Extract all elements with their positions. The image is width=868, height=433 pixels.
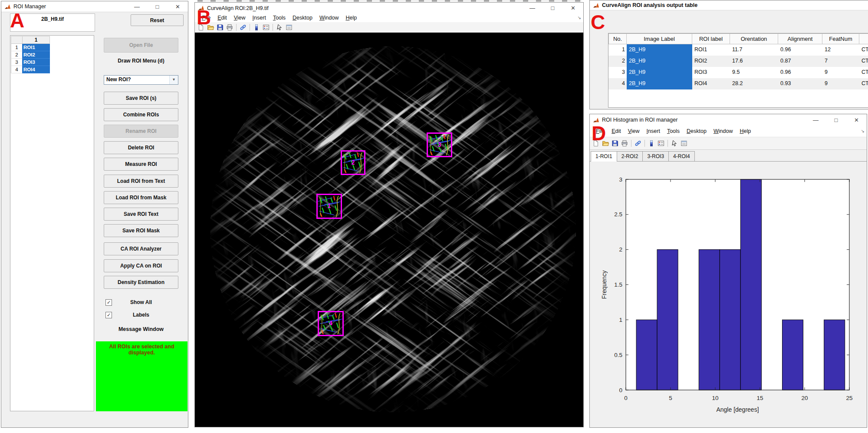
roi-box-3[interactable]: 3 (427, 132, 452, 157)
new-roi-dropdown[interactable]: New ROI? ▾ (104, 75, 178, 85)
table-cell[interactable]: 17.6 (730, 56, 778, 67)
roi-box-4[interactable]: 4 (318, 311, 344, 336)
save-icon[interactable] (215, 23, 225, 32)
reset-button[interactable]: Reset (131, 14, 184, 26)
legend-icon[interactable] (656, 139, 666, 148)
table-cell[interactable]: ROI4 (692, 78, 730, 89)
measure-roi-button[interactable]: Measure ROI (104, 158, 178, 171)
menu-desktop[interactable]: Desktop (289, 13, 316, 22)
load-roi-from-mask-button[interactable]: Load ROI from Mask (104, 191, 178, 204)
histogram-titlebar[interactable]: ROI Histogram in ROI manager — □ ✕ (590, 114, 867, 126)
list-item[interactable]: 2ROI2 (11, 51, 50, 59)
maximize-button[interactable]: □ (542, 5, 563, 11)
table-cell[interactable]: 11.7 (730, 44, 778, 56)
link-plot-icon[interactable] (633, 139, 643, 148)
edit-cursor-icon[interactable] (670, 139, 679, 148)
chevron-down-icon[interactable]: ▾ (169, 76, 178, 84)
colorbar-icon[interactable] (252, 23, 261, 32)
delete-roi-button[interactable]: Delete ROI (104, 141, 178, 154)
menu-window[interactable]: Window (710, 127, 736, 136)
table-cell[interactable]: 1 (608, 44, 627, 56)
table-cell[interactable]: CTF (859, 67, 868, 78)
save-icon[interactable] (610, 139, 620, 148)
menu-window[interactable]: Window (316, 13, 342, 22)
table-cell[interactable]: 0.93 (778, 78, 822, 89)
close-button[interactable]: ✕ (168, 3, 188, 10)
table-window-titlebar[interactable]: CurveAlign ROI analysis output table (590, 0, 868, 10)
roi-name-cell[interactable]: ROI3 (22, 59, 50, 66)
minimize-button[interactable]: — (127, 3, 147, 10)
column-header-roi-label[interactable]: ROI label (692, 33, 730, 44)
maximize-button[interactable]: □ (147, 3, 168, 10)
table-cell[interactable]: 0.96 (778, 67, 822, 78)
list-item[interactable]: 1ROI1 (11, 44, 50, 51)
close-button[interactable]: ✕ (563, 5, 583, 11)
roi-list-panel[interactable]: 11ROI12ROI23ROI34ROI4 (10, 35, 94, 411)
table-cell[interactable]: 2B_H9 (627, 67, 692, 78)
menu-desktop[interactable]: Desktop (683, 127, 710, 136)
apply-ca-on-roi-button[interactable]: Apply CA on ROI (104, 259, 178, 272)
minimize-button[interactable]: — (522, 5, 542, 11)
roi-box-1[interactable]: 1 (316, 194, 342, 219)
table-cell[interactable]: 7 (822, 56, 859, 67)
save-roi-mask-button[interactable]: Save ROI Mask (104, 224, 178, 237)
list-item[interactable]: 3ROI3 (11, 59, 50, 66)
table-cell[interactable]: CTF (859, 78, 868, 89)
column-header-no[interactable]: No. (608, 33, 627, 44)
column-header-featnum[interactable]: FeatNum (822, 33, 859, 44)
menu-overflow-icon[interactable]: ↘ (578, 15, 581, 20)
table-cell[interactable]: 28.2 (730, 78, 778, 89)
load-roi-from-text-button[interactable]: Load ROI from Text (104, 175, 178, 188)
menu-overflow-icon[interactable]: ↘ (861, 129, 865, 133)
menu-view[interactable]: View (625, 127, 643, 136)
edit-cursor-icon[interactable] (275, 23, 284, 32)
tab-4-roi4[interactable]: 4-ROI4 (668, 151, 695, 161)
print-icon[interactable] (225, 23, 234, 32)
save-roi-s-button[interactable]: Save ROI (s) (104, 92, 178, 105)
table-cell[interactable]: 9.5 (730, 67, 778, 78)
print-icon[interactable] (620, 139, 629, 148)
column-header-m[interactable]: M (859, 33, 868, 44)
table-cell[interactable]: CTF (859, 56, 868, 67)
colorbar-icon[interactable] (647, 139, 656, 148)
table-cell[interactable]: 12 (822, 44, 859, 56)
table-row[interactable]: 12B_H9ROI111.70.9612CTF (608, 44, 868, 56)
table-cell[interactable]: 3 (608, 67, 627, 78)
menu-help[interactable]: Help (342, 13, 360, 22)
save-roi-text-button[interactable]: Save ROI Text (104, 208, 178, 221)
tab-1-roi1[interactable]: 1-ROI1 (591, 151, 617, 162)
density-estimation-button[interactable]: Density Estimation (104, 276, 178, 289)
tab-3-roi3[interactable]: 3-ROI3 (642, 151, 669, 161)
table-cell[interactable]: CTF (859, 44, 868, 56)
minimize-button[interactable]: — (806, 117, 826, 123)
table-cell[interactable]: 9 (822, 78, 859, 89)
column-header-image-label[interactable]: Image Label (627, 33, 692, 44)
column-header-orentation[interactable]: Orentation (730, 33, 778, 44)
property-inspector-icon[interactable] (284, 23, 294, 32)
menu-tools[interactable]: Tools (664, 127, 683, 136)
roi-name-cell[interactable]: ROI1 (22, 44, 50, 51)
link-plot-icon[interactable] (238, 23, 248, 32)
list-item[interactable]: 4ROI4 (11, 66, 50, 73)
menu-insert[interactable]: Insert (249, 13, 270, 22)
property-inspector-icon[interactable] (679, 139, 689, 148)
table-cell[interactable]: 2B_H9 (627, 44, 692, 56)
image-canvas[interactable]: 1234 (195, 33, 583, 427)
maximize-button[interactable]: □ (826, 117, 846, 123)
table-row[interactable]: 42B_H9ROI428.20.939CTF (608, 78, 868, 89)
close-button[interactable]: ✕ (846, 117, 867, 123)
ca-roi-analyzer-button[interactable]: CA ROI Analyzer (104, 242, 178, 255)
table-cell[interactable]: ROI1 (692, 44, 730, 56)
table-cell[interactable]: 0.96 (778, 44, 822, 56)
table-cell[interactable]: ROI2 (692, 56, 730, 67)
menu-view[interactable]: View (230, 13, 249, 22)
roi-name-cell[interactable]: ROI4 (22, 66, 50, 73)
menu-edit[interactable]: Edit (214, 13, 230, 22)
menu-help[interactable]: Help (736, 127, 754, 136)
tab-2-roi2[interactable]: 2-ROI2 (617, 151, 643, 161)
table-cell[interactable]: ROI3 (692, 67, 730, 78)
roi-name-cell[interactable]: ROI2 (22, 51, 50, 59)
rename-roi-button[interactable]: Rename ROI (104, 125, 178, 138)
table-cell[interactable]: 4 (608, 78, 627, 89)
menu-tools[interactable]: Tools (270, 13, 289, 22)
